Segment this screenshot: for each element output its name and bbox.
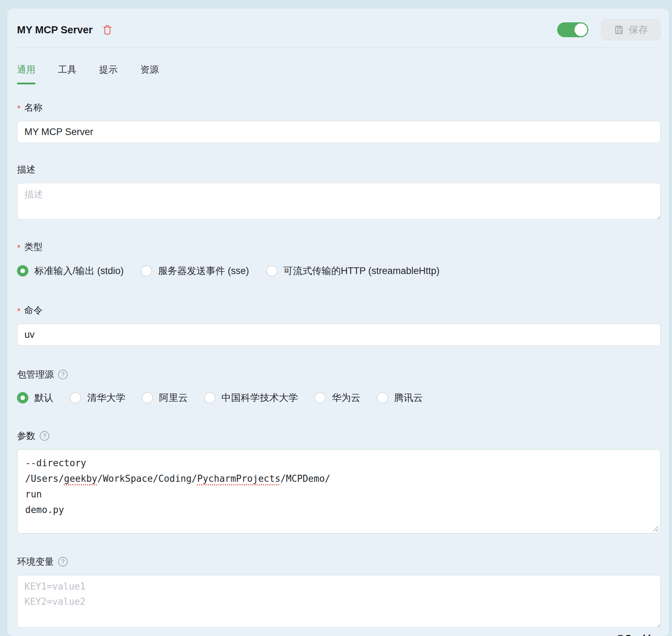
spellcheck-underline: geekby [64,473,97,484]
server-enabled-toggle[interactable] [557,22,588,37]
type-radio-group: 标准输入/输出 (stdio) 服务器发送事件 (sse) 可流式传输的HTTP… [17,264,661,277]
radio-option-ustc[interactable]: 中国科学技术大学 [204,391,298,404]
field-command: * 命令 [17,304,661,346]
radio-unchecked-icon [142,392,153,403]
radio-option-aliyun[interactable]: 阿里云 [142,391,188,404]
tab-bar: 通用 工具 提示 资源 [17,63,661,84]
radio-option-huawei[interactable]: 华为云 [314,391,360,404]
args-line: --directory [25,455,653,471]
command-label: * 命令 [17,304,661,317]
field-type: * 类型 标准输入/输出 (stdio) 服务器发送事件 (sse) 可流式传输… [17,241,661,277]
resize-grip-icon[interactable] [653,525,659,531]
env-label: 环境变量 ? [17,556,661,568]
header-divider [17,48,661,48]
type-label: * 类型 [17,241,661,253]
radio-checked-icon [17,392,28,403]
required-asterisk: * [17,306,21,317]
registry-radio-group: 默认 清华大学 阿里云 中国科学技术大学 华为云 [17,391,661,404]
radio-option-tsinghua[interactable]: 清华大学 [70,391,125,404]
radio-unchecked-icon [266,265,278,277]
name-label: * 名称 [17,101,661,114]
description-label: 描述 [17,163,661,176]
watermark: @Geekby [17,633,661,636]
help-icon[interactable]: ? [40,431,49,441]
header-row: MY MCP Server [17,18,661,41]
help-icon[interactable]: ? [58,557,68,567]
command-input[interactable] [17,324,661,346]
tab-tools[interactable]: 工具 [58,63,77,84]
args-label: 参数 ? [17,430,661,442]
args-line: run [25,486,653,502]
field-args: 参数 ? --directory /Users/geekby/WorkSpace… [17,430,661,534]
field-registry: 包管理源 ? 默认 清华大学 阿里云 中国科学技术大学 [17,368,661,404]
tab-resources[interactable]: 资源 [140,63,159,84]
mcp-server-config-panel: MY MCP Server [7,9,669,636]
radio-unchecked-icon [377,392,388,403]
name-input[interactable] [17,121,661,143]
radio-unchecked-icon [314,392,326,403]
tab-general[interactable]: 通用 [17,63,35,84]
tab-prompts[interactable]: 提示 [99,63,118,84]
save-floppy-icon [614,24,625,35]
save-button[interactable]: 保存 [601,19,661,40]
required-asterisk: * [17,242,21,253]
delete-server-button[interactable] [102,24,112,35]
args-textarea[interactable]: --directory /Users/geekby/WorkSpace/Codi… [17,449,661,534]
trash-icon [102,24,112,35]
radio-checked-icon [17,265,28,277]
page-title: MY MCP Server [17,24,93,36]
save-button-label: 保存 [629,23,648,36]
toggle-knob [575,23,587,36]
field-env: 环境变量 ? [17,556,661,627]
radio-option-sse[interactable]: 服务器发送事件 (sse) [141,264,249,277]
spellcheck-underline: PycharmProjects [197,473,280,484]
radio-option-stdio[interactable]: 标准输入/输出 (stdio) [17,264,124,277]
radio-unchecked-icon [70,392,81,403]
required-asterisk: * [17,103,21,114]
radio-option-default[interactable]: 默认 [17,391,54,404]
env-textarea[interactable] [17,575,661,627]
args-line: /Users/geekby/WorkSpace/Coding/PycharmPr… [25,471,653,486]
radio-unchecked-icon [204,392,215,403]
args-line: demo.py [25,502,653,518]
field-name: * 名称 [17,101,661,143]
radio-option-tencent[interactable]: 腾讯云 [377,391,423,404]
help-icon[interactable]: ? [58,370,68,379]
registry-label: 包管理源 ? [17,368,661,381]
radio-option-streamablehttp[interactable]: 可流式传输的HTTP (streamableHttp) [266,264,440,277]
description-textarea[interactable] [17,183,661,219]
field-description: 描述 [17,163,661,219]
radio-unchecked-icon [141,265,152,277]
